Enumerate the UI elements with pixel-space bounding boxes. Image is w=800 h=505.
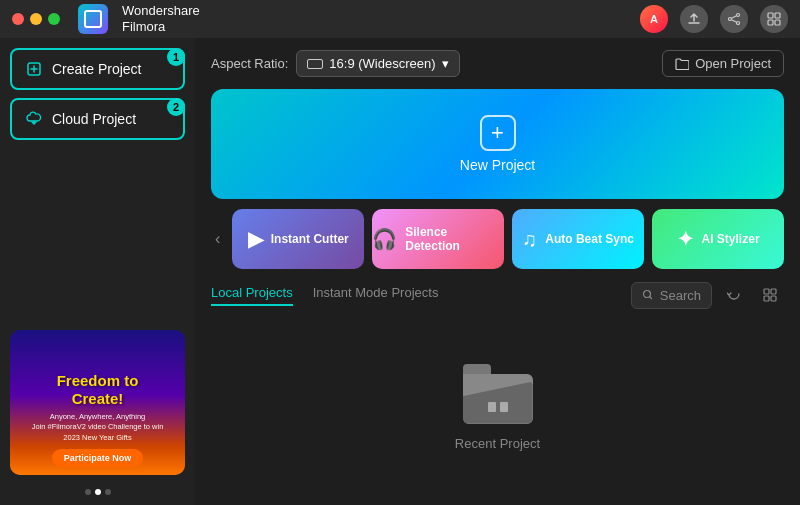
close-button[interactable] (12, 13, 24, 25)
aspect-ratio-selector: Aspect Ratio: 16:9 (Widescreen) ▾ (211, 50, 460, 77)
app-name-line1: Wondershare (122, 3, 200, 19)
new-project-plus-icon: + (480, 115, 516, 151)
open-project-label: Open Project (695, 56, 771, 71)
ai-stylizer-card[interactable]: ✦ AI Stylizer (652, 209, 784, 269)
create-project-button[interactable]: Create Project 1 (10, 48, 185, 90)
refresh-icon (727, 288, 741, 302)
dropdown-arrow: ▾ (442, 56, 449, 71)
svg-point-1 (729, 18, 732, 21)
silence-detection-card[interactable]: 🎧 Silence Detection (372, 209, 504, 269)
cloud-project-button[interactable]: Cloud Project 2 (10, 98, 185, 140)
svg-rect-12 (764, 296, 769, 301)
title-bar-right: A (640, 5, 788, 33)
projects-tabs-bar: Local Projects Instant Mode Projects Sea… (211, 281, 784, 309)
user-avatar[interactable]: A (640, 5, 668, 33)
svg-rect-5 (768, 20, 773, 25)
projects-tabs: Local Projects Instant Mode Projects (211, 285, 438, 306)
content-area: Aspect Ratio: 16:9 (Widescreen) ▾ Open P… (195, 38, 800, 505)
ai-stylizer-label: AI Stylizer (702, 232, 760, 246)
app-logo (78, 4, 108, 34)
search-placeholder: Search (660, 288, 701, 303)
instant-mode-tab[interactable]: Instant Mode Projects (313, 285, 439, 306)
svg-rect-3 (768, 13, 773, 18)
folder-icon (463, 364, 533, 424)
svg-rect-11 (771, 289, 776, 294)
aspect-ratio-dropdown[interactable]: 16:9 (Widescreen) ▾ (296, 50, 459, 77)
recent-projects-area: Recent Project (211, 321, 784, 493)
svg-rect-4 (775, 13, 780, 18)
promo-dot-2 (95, 489, 101, 495)
svg-point-2 (737, 22, 740, 25)
projects-actions: Search (631, 281, 784, 309)
maximize-button[interactable] (48, 13, 60, 25)
auto-beat-sync-icon: ♫ (522, 228, 537, 251)
instant-cutter-icon: ▶ (248, 227, 263, 251)
grid-icon[interactable] (760, 5, 788, 33)
recent-project-label: Recent Project (455, 436, 540, 451)
feature-nav-left[interactable]: ‹ (211, 230, 224, 248)
share-icon[interactable] (720, 5, 748, 33)
app-logo-icon (84, 10, 102, 28)
create-project-label: Create Project (52, 61, 141, 77)
svg-rect-6 (775, 20, 780, 25)
create-number-badge: 1 (167, 48, 185, 66)
title-bar: Wondershare Filmora A (0, 0, 800, 38)
aspect-ratio-value: 16:9 (Widescreen) (329, 56, 435, 71)
ai-stylizer-icon: ✦ (677, 227, 694, 251)
instant-cutter-card[interactable]: ▶ Instant Cutter (232, 209, 364, 269)
promo-dots (10, 489, 185, 495)
app-name-line2: Filmora (122, 19, 200, 35)
local-projects-tab[interactable]: Local Projects (211, 285, 293, 306)
sidebar: Create Project 1 Cloud Project 2 Freedom… (0, 38, 195, 505)
silence-detection-icon: 🎧 (372, 227, 397, 251)
app-title: Wondershare Filmora (122, 3, 200, 34)
upload-icon[interactable] (680, 5, 708, 33)
projects-section: Local Projects Instant Mode Projects Sea… (211, 281, 784, 493)
cloud-icon (26, 111, 42, 127)
promo-headline: Freedom toCreate! (57, 372, 139, 408)
promo-cta-button[interactable]: Participate Now (52, 449, 144, 467)
main-layout: Create Project 1 Cloud Project 2 Freedom… (0, 38, 800, 505)
auto-beat-sync-card[interactable]: ♫ Auto Beat Sync (512, 209, 644, 269)
cloud-number-badge: 2 (167, 98, 185, 116)
folder-open-icon (675, 58, 689, 70)
new-project-banner[interactable]: + New Project (211, 89, 784, 199)
svg-rect-10 (764, 289, 769, 294)
refresh-button[interactable] (720, 281, 748, 309)
open-project-button[interactable]: Open Project (662, 50, 784, 77)
search-icon (642, 289, 654, 301)
new-project-label: New Project (460, 157, 535, 173)
layout-button[interactable] (756, 281, 784, 309)
promo-subtext: Anyone, Anywhere, AnythingJoin #FilmoraV… (32, 412, 164, 444)
svg-point-0 (737, 14, 740, 17)
feature-cards: ‹ ▶ Instant Cutter 🎧 Silence Detection ♫… (211, 209, 784, 269)
traffic-lights (12, 13, 60, 25)
create-project-icon (26, 61, 42, 77)
promo-banner: Freedom toCreate! Anyone, Anywhere, Anyt… (10, 330, 185, 475)
search-box[interactable]: Search (631, 282, 712, 309)
instant-cutter-label: Instant Cutter (271, 232, 349, 246)
promo-dot-1 (85, 489, 91, 495)
layout-icon (763, 288, 777, 302)
svg-rect-8 (308, 59, 323, 68)
silence-detection-label: Silence Detection (405, 225, 504, 253)
svg-rect-13 (771, 296, 776, 301)
aspect-ratio-label: Aspect Ratio: (211, 56, 288, 71)
promo-dot-3 (105, 489, 111, 495)
minimize-button[interactable] (30, 13, 42, 25)
screen-icon (307, 59, 323, 69)
auto-beat-sync-label: Auto Beat Sync (545, 232, 634, 246)
cloud-project-label: Cloud Project (52, 111, 136, 127)
content-topbar: Aspect Ratio: 16:9 (Widescreen) ▾ Open P… (211, 50, 784, 77)
